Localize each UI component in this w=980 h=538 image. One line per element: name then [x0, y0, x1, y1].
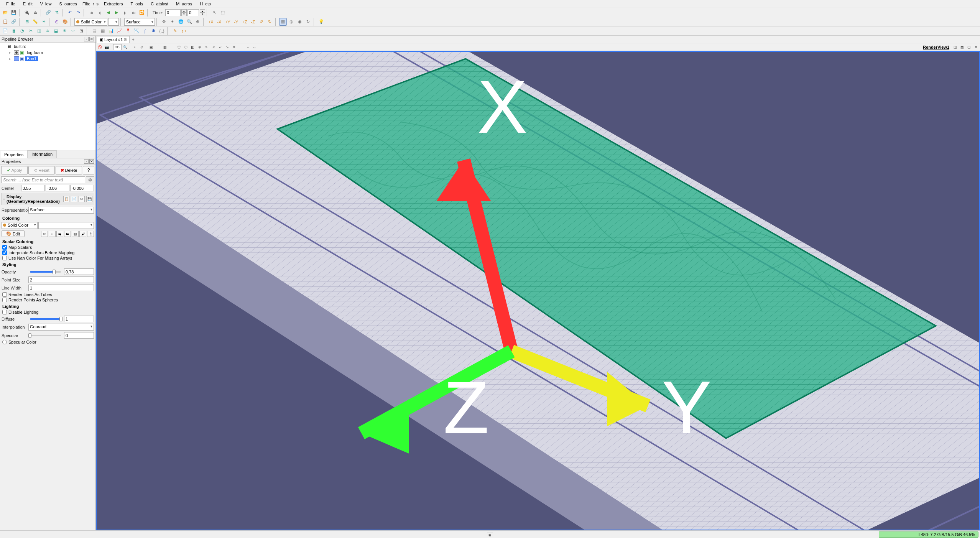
zoom-data-icon[interactable]: ✦ [169, 18, 176, 26]
plotoverline-icon[interactable]: 📉 [133, 27, 140, 35]
close-view-icon[interactable]: ✕ [973, 44, 979, 50]
advanced-toggle-icon[interactable]: ⚙ [86, 176, 94, 183]
rescale-temporal-icon[interactable]: ⇆ [56, 231, 63, 237]
layout-tab-1[interactable]: ▣Layout #1⊠ [97, 36, 130, 43]
osp-shadows-icon[interactable]: ◉ [296, 18, 304, 26]
view-pz-icon[interactable]: +Z [241, 18, 248, 26]
render-lines-check[interactable] [2, 292, 7, 297]
interactive-select-points-icon[interactable]: ↗ [210, 44, 217, 50]
grow-selection-icon[interactable]: ⊕ [196, 44, 203, 50]
coloring-select[interactable]: Solid Color [2, 222, 38, 229]
linewidth-input[interactable] [28, 285, 94, 291]
clip-icon[interactable]: ✂ [27, 27, 35, 35]
cursor-icon[interactable]: ↖ [210, 9, 218, 16]
visibility-eye-icon[interactable] [14, 56, 19, 61]
time-step-spinner[interactable]: ▴▾ [200, 9, 205, 16]
undo-icon[interactable]: ↶ [66, 9, 74, 16]
redo-icon[interactable]: ↷ [74, 9, 82, 16]
vcr-last-icon[interactable]: ⏭ [130, 9, 137, 16]
nan-color-check[interactable] [2, 256, 7, 260]
raytracing-icon[interactable]: ◎ [288, 18, 295, 26]
plot-icon[interactable]: 📊 [107, 27, 115, 35]
camera-icon[interactable]: 📷 [104, 44, 110, 50]
split-h-icon[interactable]: ◫ [952, 44, 959, 50]
temporal-icon[interactable]: ⏲ [53, 18, 61, 26]
clear-selection-icon[interactable]: ✕ [231, 44, 237, 50]
select-points-through-icon[interactable]: ⋯ [169, 44, 175, 50]
light-icon[interactable]: 💡 [317, 18, 325, 26]
mode-3d-button[interactable]: 3D [113, 44, 122, 50]
save-defaults-icon[interactable]: 💾 [86, 196, 92, 202]
view-nx-icon[interactable]: -X [215, 18, 223, 26]
clipboard-icon[interactable]: 📋 [2, 18, 9, 26]
pipeline-item-box1[interactable]: ▸ ▣ Box1 [1, 56, 95, 62]
rotate-ccw-icon[interactable]: ↺ [258, 18, 265, 26]
properties-float-icon[interactable]: ▫ [84, 159, 89, 164]
copy-icon[interactable]: 📋 [63, 196, 69, 202]
center-x-input[interactable] [21, 185, 45, 191]
glyph-icon[interactable]: ✳ [61, 27, 68, 35]
layout-add-button[interactable]: + [130, 36, 136, 43]
apply-button[interactable]: ✔Apply [1, 166, 28, 174]
disable-lighting-check[interactable] [2, 310, 7, 314]
use-separate-icon[interactable]: ⎘ [87, 231, 94, 237]
view-px-icon[interactable]: +X [207, 18, 215, 26]
add-selection-icon[interactable]: + [238, 44, 244, 50]
edit-colormap-icon[interactable]: 🖌 [79, 231, 86, 237]
representation-combo[interactable]: Surface [28, 207, 94, 214]
brackets-icon[interactable]: {..} [158, 27, 166, 35]
pipeline-float-icon[interactable]: ▫ [84, 37, 89, 41]
menu-sources[interactable]: Sources [55, 1, 79, 7]
menu-help[interactable]: Help [195, 1, 213, 7]
render-points-check[interactable] [2, 298, 7, 302]
3d-viewport[interactable]: X Y Z [96, 51, 980, 530]
interactive-select-cells-icon[interactable]: ↖ [203, 44, 210, 50]
scalar-bar-icon[interactable]: ▥ [72, 231, 79, 237]
menu-macros[interactable]: Macros [171, 1, 194, 7]
rescale-custom-icon[interactable]: ↔ [49, 231, 56, 237]
rescale-icon[interactable]: ⇔ [41, 231, 48, 237]
annotation-tag-icon[interactable]: 🏷 [179, 27, 187, 35]
display-section-header[interactable]: ━ Display (GeometryRepresentation) 📋 📄 ↺… [1, 193, 94, 205]
menu-filters[interactable]: Filters [80, 1, 101, 7]
menu-view[interactable]: View [36, 1, 54, 7]
specular-input[interactable] [64, 332, 94, 339]
slice-icon[interactable]: ◫ [35, 27, 43, 35]
opacity-slider[interactable] [30, 271, 61, 273]
representation-combo-tb[interactable]: Surface [124, 18, 155, 26]
select-block-icon[interactable]: ◧ [189, 44, 196, 50]
pipeline-browser[interactable]: 🖥 builtin: ▸ ▣ log.foam ▸ ▣ Box1 [0, 43, 95, 150]
vcr-first-icon[interactable]: ⏮ [87, 9, 95, 16]
visibility-eye-icon[interactable] [14, 50, 19, 55]
vcr-loop-icon[interactable]: 🔁 [138, 9, 146, 16]
time-step-input[interactable] [187, 9, 199, 16]
interp-scalars-check[interactable] [2, 250, 7, 255]
contour-icon[interactable]: ◔ [18, 27, 26, 35]
no-interact-icon[interactable]: 🚫 [97, 44, 103, 50]
opacity-input[interactable] [64, 268, 94, 275]
open-icon[interactable]: 📂 [2, 9, 9, 16]
vcr-back-icon[interactable]: ⏴ [96, 9, 104, 16]
property-search-input[interactable] [1, 176, 85, 183]
view-nz-icon[interactable]: -Z [249, 18, 257, 26]
renderview-label[interactable]: RenderView1 [921, 45, 952, 49]
histogram-icon[interactable]: 📈 [116, 27, 123, 35]
temporal-stats-icon[interactable]: ✱ [150, 27, 157, 35]
center-axes-icon[interactable]: • [132, 44, 138, 50]
reset-button[interactable]: ⟲Reset [28, 166, 55, 174]
view-py-icon[interactable]: +Y [224, 18, 232, 26]
menu-file[interactable]: File [2, 1, 18, 7]
rescale-visible-icon[interactable]: ⇋ [64, 231, 71, 237]
restore-icon[interactable]: ↺ [79, 196, 85, 202]
stream-icon[interactable]: 〰 [69, 27, 77, 35]
pipeline-root[interactable]: 🖥 builtin: [1, 43, 95, 49]
select-poly-cells-icon[interactable]: ⬠ [176, 44, 182, 50]
annotation-pen-icon[interactable]: ✎ [171, 27, 179, 35]
select-poly-points-icon[interactable]: ⬡ [183, 44, 189, 50]
save-icon[interactable]: 💾 [10, 9, 18, 16]
toggle-selection-icon[interactable]: ▭ [252, 44, 258, 50]
hover-cells-icon[interactable]: ↙ [217, 44, 224, 50]
disconnect-icon[interactable]: ⏏ [31, 9, 39, 16]
zoom-to-box-icon[interactable]: 🔍 [122, 44, 128, 50]
paste-icon[interactable]: 📄 [71, 196, 77, 202]
